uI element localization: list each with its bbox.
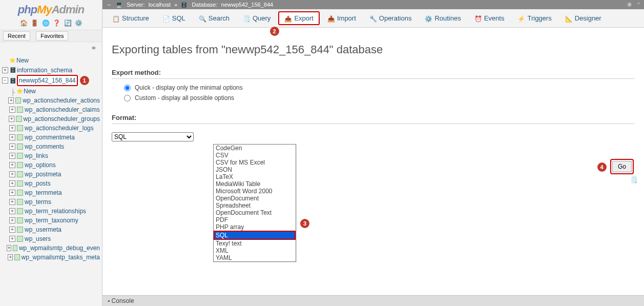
format-dropdown[interactable]: CodeGenCSVCSV for MS ExcelJSONLaTeXMedia… <box>213 144 296 262</box>
tab-query[interactable]: Query <box>237 11 276 25</box>
operations-icon <box>369 15 377 22</box>
expand-icon[interactable]: + <box>2 67 8 73</box>
panel-link-icon[interactable]: ⚭ <box>0 42 102 52</box>
expand-icon[interactable]: + <box>9 144 15 150</box>
tree-table[interactable]: wp_usermeta <box>25 225 61 234</box>
tab-operations[interactable]: Operations <box>364 11 418 25</box>
export-icon <box>284 15 292 22</box>
format-option[interactable]: Microsoft Word 2000 <box>214 188 296 195</box>
import-icon <box>327 15 335 22</box>
tree-table[interactable]: wp_termmeta <box>25 188 62 197</box>
tab-export[interactable]: Export <box>278 11 320 25</box>
tab-recent[interactable]: Recent <box>3 31 30 40</box>
collapse-icon[interactable]: ⌃ <box>636 2 641 8</box>
format-option[interactable]: PDF <box>214 216 296 223</box>
tree-db-selected[interactable]: newwp542_156_844 <box>17 75 78 86</box>
breadcrumb-server[interactable]: localhost <box>149 2 171 8</box>
go-wrap: 4 Go <box>595 159 634 174</box>
format-option[interactable]: JSON <box>214 166 296 173</box>
tree-new-table[interactable]: New <box>24 87 36 96</box>
tab-favorites[interactable]: Favorites <box>36 31 68 40</box>
tree-table[interactable]: wp_actionscheduler_actions <box>23 96 100 105</box>
expand-icon[interactable]: + <box>9 227 15 233</box>
format-option[interactable]: CSV <box>214 152 296 159</box>
tree-table[interactable]: wp_postmeta <box>25 170 61 179</box>
radio-custom[interactable]: Custom - display all possible options <box>124 94 635 101</box>
gear-icon[interactable] <box>75 19 82 27</box>
tree-new-db[interactable]: New <box>16 56 29 65</box>
tree-table[interactable]: wp_terms <box>25 197 51 207</box>
tab-search[interactable]: Search <box>193 11 235 25</box>
expand-icon[interactable]: + <box>9 134 15 140</box>
tab-sql[interactable]: SQL <box>157 11 191 25</box>
expand-icon[interactable]: + <box>8 254 13 260</box>
database-icon <box>10 65 17 75</box>
tab-events[interactable]: Events <box>469 11 510 25</box>
tree-table[interactable]: wp_actionscheduler_claims <box>25 105 100 114</box>
tree-table[interactable]: wp_wpmailsmtp_debug_even <box>19 243 100 253</box>
expand-icon[interactable]: + <box>9 190 15 196</box>
structure-icon <box>112 15 119 22</box>
expand-icon[interactable]: + <box>8 97 14 104</box>
expand-icon[interactable]: + <box>9 208 15 214</box>
go-button[interactable]: Go <box>612 161 632 172</box>
tab-routines[interactable]: Routines <box>419 11 466 25</box>
format-option[interactable]: MediaWiki Table <box>214 180 296 188</box>
radio-quick-input[interactable] <box>124 85 131 91</box>
format-select[interactable]: SQL <box>112 132 194 141</box>
format-option[interactable]: CSV for MS Excel <box>214 159 296 166</box>
expand-icon[interactable]: + <box>9 180 15 187</box>
format-option[interactable]: OpenDocument Spreadsheet <box>214 195 296 209</box>
expand-icon[interactable]: + <box>9 217 15 223</box>
console-bar[interactable]: Console <box>102 295 644 306</box>
format-option[interactable]: XML <box>214 247 296 254</box>
expand-icon[interactable]: + <box>9 199 15 205</box>
tree-table[interactable]: wp_users <box>25 234 51 243</box>
exit-icon[interactable] <box>31 19 38 27</box>
format-option[interactable]: OpenDocument Text <box>214 209 296 216</box>
breadcrumb: ← Server: localhost » Database: newwp542… <box>102 0 644 9</box>
tree-table[interactable]: wp_posts <box>25 179 51 188</box>
format-option[interactable]: CodeGen <box>214 145 296 152</box>
radio-custom-input[interactable] <box>124 95 131 101</box>
docs-icon[interactable] <box>53 19 60 27</box>
tree-table[interactable]: wp_comments <box>25 142 64 151</box>
tree-table[interactable]: wp_options <box>25 160 56 170</box>
logo[interactable]: phpMyAdmin <box>0 0 102 17</box>
expand-icon[interactable]: + <box>9 125 15 131</box>
console-label: Console <box>112 297 134 304</box>
radio-quick[interactable]: Quick - display only the minimal options <box>124 84 635 91</box>
tree-table[interactable]: wp_term_relationships <box>25 207 86 216</box>
settings-icon[interactable]: ✻ <box>627 2 632 8</box>
tree-table[interactable]: wp_wpmailsmtp_tasks_meta <box>22 253 100 262</box>
collapse-panel-icon[interactable]: ← <box>107 2 112 8</box>
collapse-icon[interactable]: − <box>2 77 8 84</box>
tree-table[interactable]: wp_links <box>25 151 48 160</box>
expand-icon[interactable]: + <box>9 153 15 159</box>
format-option[interactable]: SQL <box>214 231 296 240</box>
format-option[interactable]: YAML <box>214 254 296 261</box>
expand-icon[interactable]: + <box>9 116 14 122</box>
expand-icon[interactable]: + <box>9 171 15 177</box>
tab-structure[interactable]: Structure <box>107 11 155 25</box>
format-option[interactable]: LaTeX <box>214 173 296 180</box>
expand-icon[interactable]: + <box>9 162 15 168</box>
expand-icon[interactable]: + <box>7 245 11 251</box>
globe-icon[interactable] <box>42 19 49 27</box>
format-option[interactable]: PHP array <box>214 223 296 231</box>
breadcrumb-db[interactable]: newwp542_156_844 <box>221 2 274 8</box>
format-option[interactable]: Texy! text <box>214 240 296 247</box>
tree-table[interactable]: wp_actionscheduler_groups <box>24 114 100 124</box>
home-icon[interactable] <box>20 19 27 27</box>
expand-icon[interactable]: + <box>9 236 15 242</box>
tree-table[interactable]: wp_commentmeta <box>25 133 75 142</box>
refresh-icon[interactable] <box>64 19 71 27</box>
tab-import[interactable]: Import <box>322 11 362 25</box>
tree-information-schema[interactable]: information_schema <box>17 66 72 75</box>
note-icon[interactable]: 🗒️ <box>630 176 638 183</box>
tree-table[interactable]: wp_term_taxonomy <box>25 216 78 225</box>
expand-icon[interactable]: + <box>9 107 15 113</box>
tree-table[interactable]: wp_actionscheduler_logs <box>25 124 94 133</box>
tab-triggers[interactable]: Triggers <box>512 11 557 25</box>
tab-designer[interactable]: Designer <box>559 11 607 25</box>
